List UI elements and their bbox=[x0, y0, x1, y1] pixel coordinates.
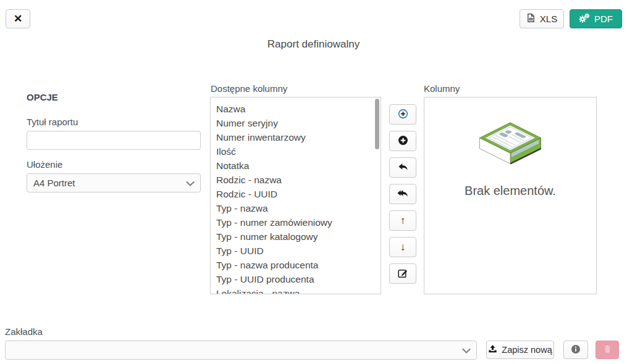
move-down-button[interactable]: ↓ bbox=[389, 237, 416, 257]
plus-circle-outline-icon bbox=[398, 109, 408, 121]
trash-icon bbox=[603, 344, 612, 355]
list-item[interactable]: Lokalizacja - nazwa bbox=[211, 286, 381, 294]
layout-selected-value: A4 Portret bbox=[33, 178, 75, 188]
report-dialog: ✕ XLS PDF Raport definiowalny bbox=[0, 0, 627, 364]
empty-box-illustration bbox=[474, 117, 547, 174]
pdf-button-label: PDF bbox=[594, 14, 613, 24]
scrollbar-thumb[interactable] bbox=[375, 99, 379, 149]
edit-pencil-square-icon bbox=[398, 268, 408, 280]
list-item[interactable]: Typ - numer zamówieniowy bbox=[211, 215, 381, 230]
list-item[interactable]: Typ - nazwa bbox=[211, 201, 381, 215]
list-item[interactable]: Typ - UUID producenta bbox=[211, 272, 381, 286]
selected-columns-label: Kolumny bbox=[424, 83, 460, 94]
chevron-down-icon bbox=[462, 345, 471, 355]
plus-circle-solid-icon bbox=[398, 135, 408, 147]
bookmark-label: Zakładka bbox=[5, 326, 43, 337]
list-item[interactable]: Numer inwentarzowy bbox=[211, 130, 381, 144]
layout-select[interactable]: A4 Portret bbox=[27, 173, 201, 192]
info-icon bbox=[571, 344, 581, 356]
file-icon bbox=[526, 13, 536, 25]
add-column-button[interactable] bbox=[389, 104, 416, 125]
info-button[interactable] bbox=[563, 341, 588, 359]
add-all-columns-button[interactable] bbox=[389, 131, 416, 151]
bookmark-select[interactable] bbox=[5, 341, 477, 360]
list-item[interactable]: Nazwa bbox=[211, 102, 381, 116]
list-item[interactable]: Rodzic - UUID bbox=[211, 187, 381, 201]
available-columns-listbox[interactable]: NazwaNumer seryjnyNumer inwentarzowyIloś… bbox=[210, 97, 381, 294]
options-heading: OPCJE bbox=[27, 92, 58, 102]
remove-column-button[interactable] bbox=[389, 157, 416, 178]
remove-all-columns-button[interactable] bbox=[389, 184, 416, 204]
empty-state-text: Brak elementów. bbox=[465, 184, 556, 198]
list-item[interactable]: Notatka bbox=[211, 159, 381, 173]
report-title-input[interactable] bbox=[27, 131, 201, 150]
report-title-label: Tytuł raportu bbox=[27, 117, 78, 127]
edit-column-button[interactable] bbox=[389, 263, 416, 284]
list-item[interactable]: Typ - UUID bbox=[211, 244, 381, 258]
xls-button-label: XLS bbox=[540, 14, 557, 24]
list-item[interactable]: Numer seryjny bbox=[211, 116, 381, 130]
list-item[interactable]: Typ - nazwa producenta bbox=[211, 258, 381, 272]
arrow-up-icon: ↑ bbox=[400, 215, 406, 226]
delete-bookmark-button[interactable] bbox=[595, 341, 619, 359]
arrow-down-icon: ↓ bbox=[400, 242, 406, 252]
move-up-button[interactable]: ↑ bbox=[389, 210, 416, 231]
upload-icon bbox=[488, 344, 497, 355]
undo-all-arrow-icon bbox=[397, 189, 408, 200]
close-button[interactable]: ✕ bbox=[6, 9, 30, 28]
close-icon: ✕ bbox=[14, 12, 22, 25]
chevron-down-icon bbox=[186, 178, 195, 188]
page-title: Raport definiowalny bbox=[0, 38, 627, 51]
list-item[interactable]: Typ - numer katalogowy bbox=[211, 230, 381, 244]
undo-arrow-icon bbox=[398, 162, 408, 173]
selected-columns-panel[interactable]: Brak elementów. bbox=[424, 97, 597, 294]
save-bookmark-button[interactable]: Zapisz nową bbox=[486, 341, 554, 359]
pdf-export-button[interactable]: PDF bbox=[570, 9, 622, 28]
layout-label: Ułożenie bbox=[27, 159, 62, 170]
save-bookmark-label: Zapisz nową bbox=[502, 345, 552, 355]
available-columns-label: Dostępne kolumny bbox=[211, 83, 287, 94]
xls-export-button[interactable]: XLS bbox=[520, 9, 564, 28]
list-item[interactable]: Rodzic - nazwa bbox=[211, 173, 381, 187]
gears-icon bbox=[579, 13, 590, 25]
list-item[interactable]: Ilość bbox=[211, 144, 381, 159]
